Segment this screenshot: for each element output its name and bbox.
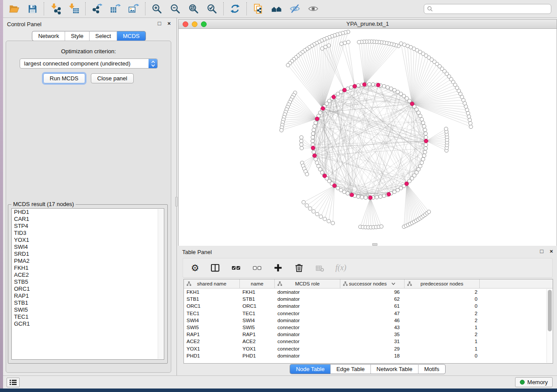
network-node[interactable] <box>311 132 315 135</box>
network-node[interactable] <box>323 217 326 220</box>
import-table-button[interactable] <box>65 1 83 17</box>
network-node[interactable] <box>356 84 360 87</box>
table-row[interactable]: SWI4SWI4dominator462 <box>184 317 553 324</box>
mcds-result-item[interactable]: GCR1 <box>12 320 164 327</box>
zoom-in-button[interactable] <box>148 1 166 17</box>
network-node[interactable] <box>346 40 350 44</box>
float-panel-button[interactable]: □ <box>156 20 163 27</box>
network-node[interactable] <box>421 158 425 161</box>
mcds-result-item[interactable]: ACE2 <box>12 272 164 279</box>
network-node[interactable] <box>386 86 389 89</box>
mcds-result-item[interactable]: STP4 <box>12 223 164 230</box>
vertical-splitter[interactable] <box>175 18 178 375</box>
network-node[interactable] <box>393 190 396 193</box>
search-input[interactable] <box>433 5 551 13</box>
table-tab-network-table[interactable]: Network Table <box>370 364 418 374</box>
export-table-button[interactable] <box>106 1 125 17</box>
result-list-scrollbar[interactable] <box>158 209 163 359</box>
network-node[interactable] <box>422 154 426 157</box>
network-node[interactable] <box>406 44 409 48</box>
network-node[interactable] <box>417 111 420 114</box>
table-row[interactable]: ORC1ORC1dominator610 <box>184 303 553 309</box>
network-node[interactable] <box>343 41 346 45</box>
network-node[interactable] <box>424 135 428 139</box>
network-node[interactable] <box>314 158 317 161</box>
mcds-node[interactable] <box>387 193 391 196</box>
network-node[interactable] <box>424 143 428 146</box>
network-node[interactable] <box>367 83 371 86</box>
network-node[interactable] <box>415 171 418 174</box>
function-builder-button[interactable]: f(x) <box>336 262 346 274</box>
close-panel-action-button[interactable]: Close panel <box>91 73 134 83</box>
network-node[interactable] <box>311 139 315 143</box>
network-node[interactable] <box>343 190 346 193</box>
network-node[interactable] <box>300 139 303 143</box>
network-node[interactable] <box>302 200 305 204</box>
network-node[interactable] <box>336 186 339 190</box>
network-node[interactable] <box>360 196 363 199</box>
network-node[interactable] <box>468 118 471 122</box>
memory-button[interactable]: Memory <box>515 377 553 387</box>
network-node[interactable] <box>380 225 383 228</box>
mcds-result-item[interactable]: SRD1 <box>12 251 164 258</box>
network-node[interactable] <box>321 47 324 50</box>
table-row[interactable]: FKH1FKH1dominator962 <box>184 289 553 296</box>
save-session-button[interactable] <box>23 1 42 17</box>
table-tab-node-table[interactable]: Node Table <box>290 364 330 374</box>
network-node[interactable] <box>312 210 315 213</box>
deselect-all-button[interactable] <box>252 262 262 274</box>
mcds-result-item[interactable]: TEC1 <box>12 313 164 320</box>
network-node[interactable] <box>300 143 303 146</box>
mcds-result-item[interactable]: ORC1 <box>12 285 164 292</box>
network-node[interactable] <box>280 128 283 132</box>
table-tab-edge-table[interactable]: Edge Table <box>330 364 370 374</box>
refresh-view-button[interactable] <box>226 1 244 17</box>
network-node[interactable] <box>389 87 393 90</box>
network-node[interactable] <box>305 172 309 176</box>
table-row[interactable]: RAP1RAP1dominator352 <box>184 331 553 338</box>
zoom-out-button[interactable] <box>166 1 184 17</box>
zoom-selected-button[interactable] <box>203 1 221 17</box>
network-node[interactable] <box>396 188 399 192</box>
network-node[interactable] <box>300 136 303 139</box>
first-neighbors-button[interactable] <box>267 1 286 17</box>
network-node[interactable] <box>469 125 473 128</box>
mcds-node[interactable] <box>313 154 317 158</box>
mcds-node[interactable] <box>323 174 327 178</box>
network-node[interactable] <box>419 114 422 117</box>
network-node[interactable] <box>314 121 317 124</box>
delete-column-button[interactable] <box>294 262 304 274</box>
close-panel-button[interactable]: × <box>166 20 172 27</box>
network-node[interactable] <box>466 111 470 115</box>
network-document-button[interactable] <box>249 1 267 17</box>
mcds-node[interactable] <box>343 88 346 92</box>
column-header-successor-nodes[interactable]: successor nodes <box>340 279 405 288</box>
network-node[interactable] <box>318 168 322 171</box>
mcds-result-item[interactable]: STB5 <box>12 279 164 285</box>
mcds-node[interactable] <box>321 107 325 110</box>
network-node[interactable] <box>315 161 318 165</box>
network-node[interactable] <box>399 92 403 96</box>
show-panels-button[interactable] <box>7 378 20 387</box>
network-node[interactable] <box>371 83 375 86</box>
network-node[interactable] <box>424 132 427 135</box>
mcds-result-item[interactable]: FKH1 <box>12 265 164 272</box>
network-node[interactable] <box>469 121 472 125</box>
show-columns-button[interactable] <box>210 262 220 274</box>
delete-table-button[interactable] <box>315 262 325 274</box>
select-all-button[interactable] <box>231 262 241 274</box>
column-header-mcds-role[interactable]: MCDS role <box>275 279 340 288</box>
float-table-panel-button[interactable]: □ <box>539 248 545 254</box>
mcds-node[interactable] <box>311 146 315 150</box>
run-mcds-button[interactable]: Run MCDS <box>43 73 85 83</box>
mcds-node[interactable] <box>424 139 428 143</box>
table-tab-motifs[interactable]: Motifs <box>418 364 446 374</box>
mcds-node[interactable] <box>410 102 414 106</box>
network-node[interactable] <box>375 196 378 199</box>
network-node[interactable] <box>317 164 320 168</box>
mcds-result-item[interactable]: STB1 <box>12 299 164 306</box>
network-node[interactable] <box>339 90 343 93</box>
mcds-node[interactable] <box>363 83 367 86</box>
network-node[interactable] <box>423 128 427 132</box>
column-header-predecessor-nodes[interactable]: predecessor nodes <box>405 279 480 288</box>
